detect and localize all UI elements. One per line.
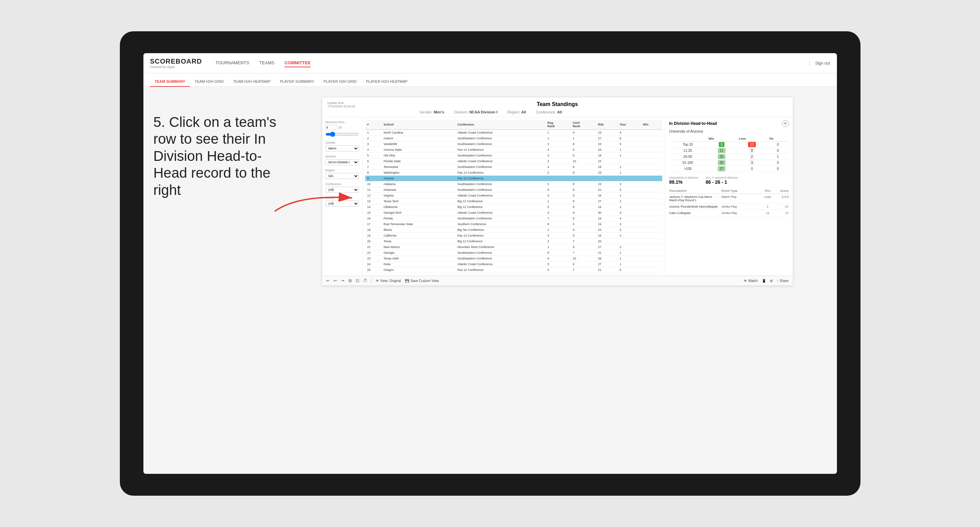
share-button[interactable]: ↑ Share (777, 279, 789, 283)
subnav-team-summary[interactable]: TEAM SUMMARY (150, 77, 190, 87)
h2h-row-top10: Top 10 3 13 0 (669, 142, 789, 148)
sign-out-link[interactable]: Sign out (810, 61, 830, 66)
redo-icon[interactable]: ↪ (341, 278, 344, 283)
cell-conf-rank: 10 (571, 159, 596, 164)
subnav-player-h2h-heatmap[interactable]: PLAYER H2H HEATMAP (361, 77, 412, 87)
cell-rds: 24 (596, 216, 617, 221)
cell-tour: 2 (617, 233, 641, 239)
table-row[interactable]: 14 Oklahoma Big 12 Conference 5 8 24 2 (365, 204, 662, 210)
col-header-conference: Conference (455, 120, 546, 130)
h2h-wlt-stat: W-L-T record in-division: 86 - 26 - 1 (706, 176, 739, 185)
division-select[interactable]: NCAA Division I (326, 159, 359, 165)
min-rounds-input[interactable] (326, 125, 337, 130)
grid-icon-button[interactable]: ⊞ (770, 279, 773, 283)
cell-school: East Tennessee State (382, 221, 455, 227)
table-row[interactable]: 6 Florida State Atlantic Coast Conferenc… (365, 159, 662, 164)
cell-tour: 3 (617, 187, 641, 193)
nav-committee[interactable]: COMMITTEE (285, 59, 311, 67)
dashboard-panel: Update time: 27/03/2024 16:56:26 Team St… (322, 97, 793, 286)
save-icon: 💾 (405, 279, 409, 283)
cell-rds: 18 (596, 164, 617, 170)
nav-teams[interactable]: TEAMS (259, 59, 274, 67)
cell-reg-rank: 5 (546, 262, 571, 267)
cell-reg-rank: 3 (546, 239, 571, 244)
nav-tournaments[interactable]: TOURNAMENTS (215, 59, 249, 67)
cell-school: Ole Miss (382, 153, 455, 159)
table-row[interactable]: 10 Alabama Southeastern Conference 5 8 2… (365, 181, 662, 187)
cell-conf-rank: 8 (571, 181, 596, 187)
table-row[interactable]: 1 North Carolina Atlantic Coast Conferen… (365, 130, 662, 136)
cell-win (641, 210, 662, 216)
table-row[interactable]: 18 Illinois Big Ten Conference 1 9 23 3 (365, 227, 662, 233)
region-select[interactable]: N/A (326, 173, 359, 179)
cell-conference: Pac-12 Conference (455, 147, 546, 153)
cell-reg-rank: 8 (546, 250, 571, 256)
min-rounds-slider[interactable] (326, 132, 359, 137)
table-row[interactable]: 5 Ole Miss Southeastern Conference 3 6 1… (365, 153, 662, 159)
table-row[interactable]: 4 Arizona State Pac-12 Conference 4 6 26… (365, 147, 662, 153)
update-time-label: Update time: 27/03/2024 16:56:26 (328, 101, 420, 108)
table-row[interactable]: 15 Georgia Tech Atlantic Coast Conferenc… (365, 210, 662, 216)
cell-school: Vanderbilt (382, 141, 455, 147)
paste-icon[interactable]: ⊡ (356, 278, 359, 283)
col-header-tour: Tour (617, 120, 641, 130)
cell-conf-rank: 8 (571, 204, 596, 210)
cell-reg-rank: 5 (546, 204, 571, 210)
logo-area: SCOREBOARD Powered by clippd (150, 57, 202, 69)
save-custom-view-button[interactable]: 💾 Save Custom View (405, 279, 439, 283)
cell-conference: Southeastern Conference (455, 256, 546, 262)
gender-select[interactable]: Men's (326, 145, 359, 151)
cell-school: Florida State (382, 159, 455, 164)
cell-school: Georgia (382, 250, 455, 256)
cell-rds (596, 176, 617, 181)
subnav-player-h2h-grid[interactable]: PLAYER H2H GRID (319, 77, 361, 87)
watch-icon: 👁 (744, 279, 747, 283)
dashboard-title: Team Standings (420, 101, 695, 107)
table-row[interactable]: 12 Virginia Atlantic Coast Conference 3 … (365, 193, 662, 198)
table-row[interactable]: 3 Vanderbilt Southeastern Conference 2 8… (365, 141, 662, 147)
h2h-close-button[interactable]: ✕ (782, 120, 789, 127)
clock-icon[interactable]: ⏱ (363, 278, 367, 283)
h2h-row-11-25: 11-25 11 8 0 (669, 148, 789, 154)
subnav-team-h2h-grid[interactable]: TEAM H2H GRID (190, 77, 228, 87)
cell-reg-rank: 4 (546, 147, 571, 153)
table-row[interactable]: 21 New Mexico Mountain West Conference 1… (365, 244, 662, 250)
cell-conference: Southeastern Conference (455, 181, 546, 187)
table-row[interactable]: 25 Oregon Pac-12 Conference 5 7 21 0 (365, 267, 662, 273)
h2h-wlt-value: 86 - 26 - 1 (706, 179, 739, 185)
cell-rds: 23 (596, 170, 617, 176)
copy-icon[interactable]: ⊞ (348, 278, 352, 283)
undo-icon[interactable]: ↩ (326, 278, 329, 283)
table-row[interactable]: 23 Texas A&M Southeastern Conference 9 1… (365, 256, 662, 262)
table-row[interactable]: 2 Auburn Southeastern Conference 1 1 27 … (365, 136, 662, 141)
table-row[interactable]: 20 Texas Big 12 Conference 3 7 20 (365, 239, 662, 244)
cell-win (641, 227, 662, 233)
h2h-loss-51100: 3 (737, 160, 767, 166)
subnav-player-summary[interactable]: PLAYER SUMMARY (275, 77, 319, 87)
table-row[interactable]: 7 Tennessee Southeastern Conference 4 6 … (365, 164, 662, 170)
cell-win (641, 164, 662, 170)
table-row[interactable]: 17 East Tennessee State Southern Confere… (365, 221, 662, 227)
subnav-team-h2h-heatmap[interactable]: TEAM H2H HEATMAP (228, 77, 275, 87)
table-row[interactable]: 11 Arkansas Southeastern Conference 6 8 … (365, 187, 662, 193)
table-row[interactable]: 16 Florida Southeastern Conference 7 9 2… (365, 216, 662, 221)
cell-tour: 1 (617, 256, 641, 262)
table-row[interactable]: 22 Georgia Southeastern Conference 8 7 2… (365, 250, 662, 256)
undo2-icon[interactable]: ↩ (334, 278, 337, 283)
table-row[interactable]: 13 Texas Tech Big 12 Conference 1 9 27 2 (365, 198, 662, 204)
bottom-toolbar: ↩ ↩ ↪ ⊞ ⊡ ⏱ 👁 View: Original 💾 Save Cust… (322, 276, 793, 286)
cell-num: 18 (365, 227, 382, 233)
tablet-icon-button[interactable]: 📱 (762, 279, 766, 283)
col-header-win: Win (641, 120, 662, 130)
table-row[interactable]: 24 Duke Atlantic Coast Conference 5 9 27… (365, 262, 662, 267)
table-row[interactable]: 8 Washington Pac-12 Conference 2 8 23 1 (365, 170, 662, 176)
top-nav: SCOREBOARD Powered by clippd TOURNAMENTS… (143, 53, 837, 73)
cell-tour (617, 159, 641, 164)
table-row[interactable]: 19 California Pac-12 Conference 4 8 24 2 (365, 233, 662, 239)
table-row[interactable]: 9 Arizona Pac-12 Conference (365, 176, 662, 181)
view-original-button[interactable]: 👁 View: Original (376, 279, 401, 283)
cell-win (641, 153, 662, 159)
cell-reg-rank (546, 176, 571, 181)
watch-button[interactable]: 👁 Watch (744, 279, 758, 283)
tournament-section: Tournament Event Type Pos Score Jackson … (669, 188, 789, 216)
